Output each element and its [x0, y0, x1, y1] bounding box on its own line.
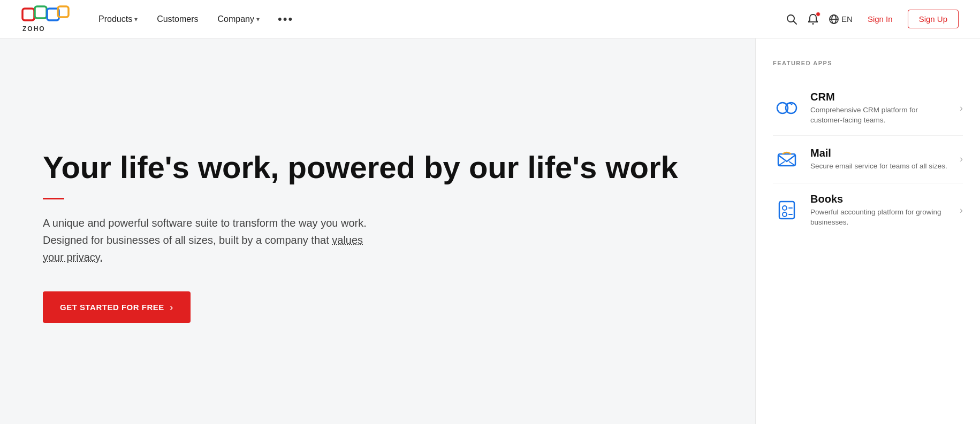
- sign-in-button[interactable]: Sign In: [862, 11, 898, 27]
- zoho-logo[interactable]: ZOHO: [21, 5, 70, 33]
- notification-button[interactable]: [807, 13, 819, 25]
- crm-name: CRM: [810, 91, 950, 103]
- nav-customers[interactable]: Customers: [149, 10, 206, 28]
- svg-point-7: [812, 23, 814, 25]
- svg-text:ZOHO: ZOHO: [22, 25, 45, 33]
- mail-desc: Secure email service for teams of all si…: [810, 161, 950, 172]
- svg-point-16: [783, 212, 787, 217]
- company-chevron-icon: ▾: [256, 16, 260, 23]
- hero-divider: [43, 198, 64, 199]
- hero-title: Your life's work, powered by our life's …: [43, 150, 723, 185]
- notification-badge: [816, 12, 821, 17]
- svg-line-6: [794, 21, 797, 24]
- hero-subtitle: A unique and powerful software suite to …: [43, 214, 375, 266]
- search-button[interactable]: [786, 13, 797, 25]
- nav-links: Products ▾ Customers Company ▾ •••: [91, 8, 786, 30]
- books-name: Books: [810, 193, 950, 205]
- app-item-mail[interactable]: Mail Secure email service for teams of a…: [773, 136, 963, 183]
- navbar-actions: EN Sign In Sign Up: [786, 10, 959, 28]
- more-menu-button[interactable]: •••: [271, 8, 300, 30]
- books-icon: [773, 196, 801, 224]
- sign-up-button[interactable]: Sign Up: [908, 10, 959, 28]
- app-item-crm[interactable]: CRM Comprehensive CRM platform for custo…: [773, 81, 963, 136]
- books-chevron-icon: ›: [960, 205, 963, 216]
- mail-icon: [773, 145, 801, 173]
- svg-rect-14: [779, 202, 794, 219]
- app-item-books[interactable]: Books Powerful accounting platform for g…: [773, 183, 963, 237]
- books-desc: Powerful accounting platform for growing…: [810, 207, 950, 228]
- svg-rect-1: [35, 6, 47, 18]
- products-chevron-icon: ▾: [134, 16, 138, 23]
- nav-products[interactable]: Products ▾: [91, 10, 145, 28]
- language-selector[interactable]: EN: [829, 14, 853, 25]
- crm-icon: [773, 94, 801, 122]
- svg-rect-0: [22, 9, 34, 20]
- hero-section: Your life's work, powered by our life's …: [0, 38, 980, 424]
- hero-content: Your life's work, powered by our life's …: [0, 38, 755, 424]
- cta-button[interactable]: GET STARTED FOR FREE ›: [43, 291, 191, 323]
- navbar: ZOHO Products ▾ Customers Company ▾ •••: [0, 0, 980, 38]
- svg-point-15: [783, 206, 787, 210]
- cta-arrow-icon: ›: [170, 301, 173, 313]
- mail-chevron-icon: ›: [960, 153, 963, 165]
- nav-company[interactable]: Company ▾: [210, 10, 267, 28]
- mail-name: Mail: [810, 147, 950, 159]
- crm-desc: Comprehensive CRM platform for customer-…: [810, 105, 950, 126]
- featured-label: FEATURED APPS: [773, 60, 963, 66]
- featured-apps-panel: FEATURED APPS CRM Comprehensive CRM plat…: [755, 38, 980, 424]
- crm-chevron-icon: ›: [960, 103, 963, 114]
